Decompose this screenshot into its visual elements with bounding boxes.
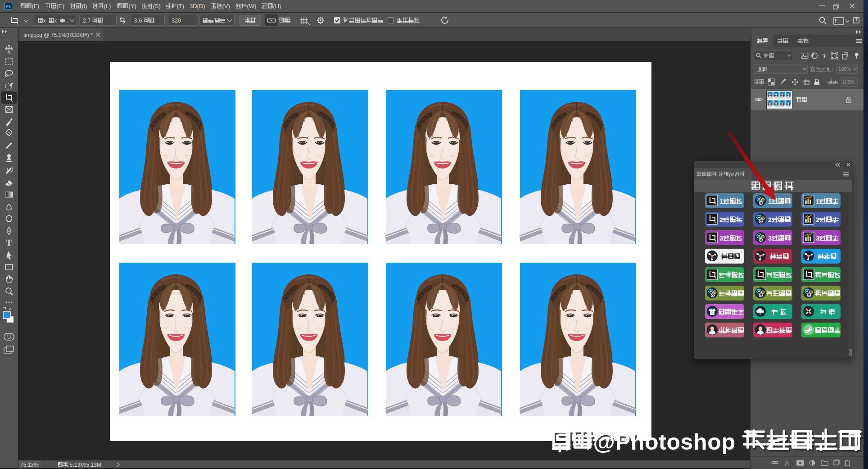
svg-text:3: 3 bbox=[768, 235, 772, 242]
svg-text:@Photoshop: @Photoshop bbox=[593, 429, 735, 455]
svg-text::5.13M/5.13M: :5.13M/5.13M bbox=[68, 462, 101, 468]
svg-text:T: T bbox=[822, 53, 826, 59]
svg-text:3D(D): 3D(D) bbox=[190, 3, 205, 9]
svg-text:(E): (E) bbox=[57, 3, 64, 9]
svg-text:2.7: 2.7 bbox=[83, 18, 90, 24]
svg-text:timg.jpg @ 75.1%(RGB/8#) *: timg.jpg @ 75.1%(RGB/8#) * bbox=[23, 32, 93, 38]
svg-text::: : bbox=[764, 79, 766, 85]
svg-text:2: 2 bbox=[816, 216, 819, 223]
svg-text:75.13%: 75.13% bbox=[20, 462, 39, 468]
svg-text:3: 3 bbox=[816, 235, 819, 242]
svg-text:T: T bbox=[6, 238, 12, 248]
svg-text:x: x bbox=[43, 18, 46, 24]
svg-text:(T): (T) bbox=[177, 3, 185, 9]
svg-text::: : bbox=[838, 79, 840, 85]
svg-text:1: 1 bbox=[816, 198, 819, 205]
svg-text:(W): (W) bbox=[247, 3, 257, 9]
svg-text:(I): (I) bbox=[82, 3, 87, 9]
svg-text::: : bbox=[832, 66, 833, 73]
svg-text:(S): (S) bbox=[153, 3, 161, 9]
svg-text:/: / bbox=[213, 18, 215, 24]
svg-text:(L): (L) bbox=[104, 3, 111, 9]
svg-text:(V): (V) bbox=[222, 3, 230, 9]
svg-text:x: x bbox=[54, 18, 57, 24]
svg-text:(Y): (Y) bbox=[129, 3, 136, 9]
svg-text:...: ... bbox=[65, 18, 70, 24]
svg-text:-: - bbox=[717, 171, 719, 177]
svg-text:2: 2 bbox=[768, 216, 772, 223]
svg-text:(F): (F) bbox=[32, 3, 40, 9]
svg-text:3.6: 3.6 bbox=[134, 18, 142, 24]
svg-text:320: 320 bbox=[172, 18, 181, 24]
svg-text:3: 3 bbox=[719, 235, 723, 242]
svg-text:(H): (H) bbox=[273, 3, 281, 9]
svg-text:2: 2 bbox=[719, 216, 723, 223]
svg-text:fx: fx bbox=[785, 460, 789, 466]
